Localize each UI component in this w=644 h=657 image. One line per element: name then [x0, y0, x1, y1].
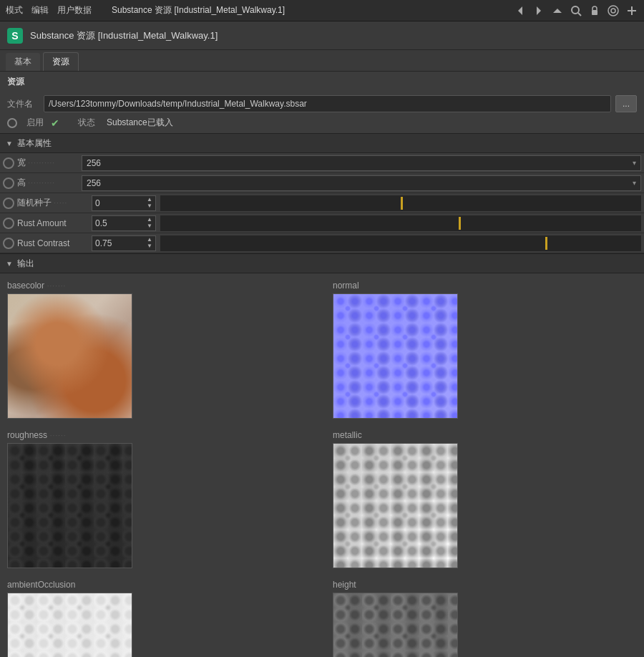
- enable-label: 启用: [26, 117, 44, 129]
- normal-label: normal: [333, 281, 637, 291]
- ambient-label: ambientOcclusion: [7, 580, 311, 590]
- prop-radio-seed[interactable]: [3, 198, 14, 209]
- roughness-label: roughness ······: [7, 430, 311, 440]
- basecolor-label: basecolor ·······: [7, 281, 311, 291]
- menu-edit[interactable]: 编辑: [31, 4, 49, 16]
- rust-contrast-slider-marker: [545, 237, 547, 250]
- lock-icon: [588, 4, 601, 17]
- rust-amount-value: 0.5: [95, 218, 147, 228]
- seed-slider[interactable]: [160, 195, 641, 211]
- up-arrow-icon: [551, 4, 564, 17]
- props-container: 宽 ·········· 256 ▾ 高 ·········· 256 ▾ 随机…: [0, 153, 644, 253]
- prop-name-rust-contrast: Rust Contrast: [17, 238, 89, 248]
- arrow-right-icon: [532, 4, 545, 17]
- titlebar: 模式 编辑 用户数据 Substance 资源 [Industrial_Meta…: [0, 0, 644, 21]
- resource-section: 文件名 /Users/123tommy/Downloads/temp/Indus…: [0, 91, 644, 133]
- output-item-roughness: roughness ······: [7, 430, 311, 568]
- prop-name-rust-amount: Rust Amount: [17, 218, 89, 228]
- rust-amount-slider-marker: [459, 217, 461, 230]
- prop-radio-height[interactable]: [3, 177, 14, 189]
- output-header[interactable]: ▼ 输出: [0, 253, 644, 273]
- prop-row-height: 高 ·········· 256 ▾: [0, 173, 644, 193]
- ambient-preview: [7, 593, 132, 657]
- prop-dropdown-height[interactable]: 256 ▾: [82, 175, 641, 191]
- seed-slider-marker: [401, 197, 403, 210]
- rust-contrast-spin-down[interactable]: ▼: [147, 243, 152, 249]
- browse-button[interactable]: ...: [615, 95, 637, 112]
- resource-section-label: 资源: [0, 72, 644, 91]
- svg-marker-0: [518, 6, 522, 15]
- rust-amount-spinners[interactable]: ▲ ▼: [147, 217, 152, 229]
- rust-amount-slider[interactable]: [160, 215, 641, 231]
- tabbar: 基本 资源: [0, 50, 644, 72]
- prop-radio-rust-contrast[interactable]: [3, 238, 14, 249]
- svg-line-4: [578, 13, 581, 16]
- roughness-preview: [7, 443, 132, 568]
- svg-point-6: [611, 9, 615, 13]
- substance-logo: S: [7, 28, 23, 44]
- output-item-metallic: metallic: [333, 430, 637, 568]
- rust-amount-value-box[interactable]: 0.5 ▲ ▼: [92, 215, 156, 231]
- rust-contrast-slider[interactable]: [160, 235, 641, 251]
- output-grid: basecolor ······· normal roughness ·····…: [7, 281, 637, 657]
- prop-row-rust-amount: Rust Amount 0.5 ▲ ▼: [0, 213, 644, 233]
- height-preview: [333, 593, 458, 657]
- basic-props-header[interactable]: ▼ 基本属性: [0, 133, 644, 153]
- seed-value-box[interactable]: 0 ▲ ▼: [92, 195, 156, 211]
- main-content: 资源 文件名 /Users/123tommy/Downloads/temp/In…: [0, 72, 644, 657]
- height-value: 256: [87, 178, 101, 188]
- seed-spinners[interactable]: ▲ ▼: [147, 197, 152, 209]
- status-label: 状态: [78, 117, 95, 129]
- basecolor-preview: [7, 293, 132, 419]
- file-label: 文件名: [7, 98, 39, 110]
- height-dropdown-arrow: ▾: [633, 179, 636, 187]
- app-title: Substance 资源 [Industrial_Metal_Walkway.1…: [30, 29, 218, 42]
- rust-contrast-spinners[interactable]: ▲ ▼: [147, 237, 152, 249]
- prop-row-width: 宽 ·········· 256 ▾: [0, 153, 644, 173]
- output-collapse-arrow-icon: ▼: [6, 260, 13, 268]
- prop-row-seed: 随机种子 ····· 0 ▲ ▼: [0, 193, 644, 213]
- prop-name-seed: 随机种子 ·····: [17, 197, 89, 209]
- svg-marker-2: [553, 9, 562, 13]
- titlebar-icons: [514, 4, 638, 17]
- prop-row-rust-contrast: Rust Contrast 0.75 ▲ ▼: [0, 233, 644, 253]
- add-icon[interactable]: [625, 4, 638, 17]
- enable-radio[interactable]: [7, 118, 17, 128]
- seed-value: 0: [95, 198, 147, 208]
- rust-contrast-spin-up[interactable]: ▲: [147, 237, 152, 243]
- output-section: basecolor ······· normal roughness ·····…: [0, 273, 644, 657]
- rust-amount-spin-down[interactable]: ▼: [147, 223, 152, 229]
- metallic-preview: [333, 443, 458, 568]
- settings-icon[interactable]: [607, 4, 620, 17]
- check-mark-icon: ✔: [51, 117, 59, 129]
- rust-amount-spin-up[interactable]: ▲: [147, 217, 152, 223]
- file-path-input[interactable]: /Users/123tommy/Downloads/temp/Industria…: [44, 95, 611, 112]
- width-dropdown-arrow: ▾: [633, 159, 636, 167]
- prop-name-width: 宽 ··········: [17, 157, 82, 169]
- rust-contrast-value: 0.75: [95, 238, 147, 248]
- rust-contrast-value-box[interactable]: 0.75 ▲ ▼: [92, 235, 156, 251]
- svg-rect-5: [592, 10, 597, 15]
- prop-dropdown-width[interactable]: 256 ▾: [82, 155, 641, 171]
- width-value: 256: [87, 158, 101, 168]
- height-label: height: [333, 580, 637, 590]
- metallic-label: metallic: [333, 430, 637, 440]
- output-item-basecolor: basecolor ·······: [7, 281, 311, 419]
- tab-basic[interactable]: 基本: [6, 53, 40, 71]
- output-item-normal: normal: [333, 281, 637, 419]
- seed-spin-up[interactable]: ▲: [147, 197, 152, 203]
- appbar: S Substance 资源 [Industrial_Metal_Walkway…: [0, 21, 644, 50]
- collapse-arrow-icon: ▼: [6, 140, 13, 147]
- svg-point-7: [608, 6, 618, 16]
- svg-text:S: S: [11, 30, 18, 42]
- output-item-ambient: ambientOcclusion: [7, 580, 311, 657]
- prop-radio-width[interactable]: [3, 157, 14, 169]
- menu-userdata[interactable]: 用户数据: [57, 4, 92, 16]
- seed-spin-down[interactable]: ▼: [147, 203, 152, 209]
- titlebar-title: Substance 资源 [Industrial_Metal_Walkway.1…: [112, 4, 285, 16]
- menu-mode[interactable]: 模式: [6, 4, 23, 16]
- svg-point-3: [572, 6, 579, 14]
- prop-radio-rust-amount[interactable]: [3, 218, 14, 229]
- search-icon[interactable]: [570, 4, 582, 17]
- tab-resource[interactable]: 资源: [43, 52, 79, 71]
